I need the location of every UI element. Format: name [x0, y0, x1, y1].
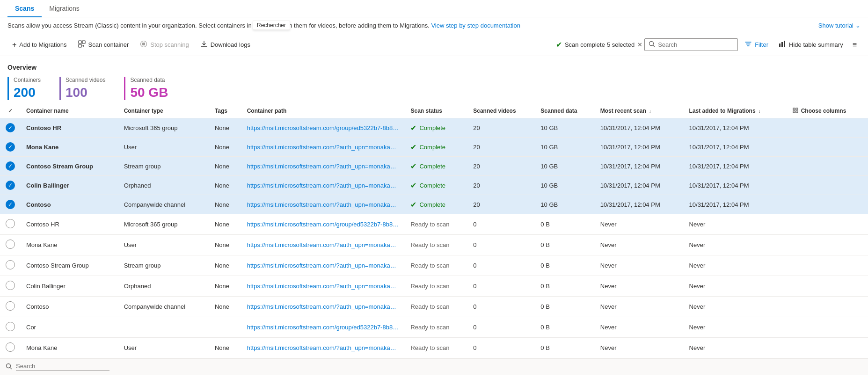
table-row[interactable]: ✓ Colin Ballinger Orphaned None https://… — [0, 176, 868, 195]
cell-most-recent-scan: Never — [595, 214, 684, 235]
cell-last-added-migrations: Never — [684, 338, 787, 358]
empty-checkbox — [6, 342, 15, 352]
cell-container-name: Colin Ballinger — [21, 176, 118, 195]
cell-tags: None — [209, 118, 241, 138]
svg-rect-0 — [79, 41, 81, 44]
cell-scanned-videos: 0 — [467, 338, 535, 358]
row-checkbox[interactable] — [0, 317, 21, 338]
header-tags[interactable]: Tags — [209, 104, 241, 118]
bottom-search-input[interactable] — [16, 363, 109, 371]
cell-container-name: Contoso HR — [21, 214, 118, 235]
row-checkbox[interactable] — [0, 276, 21, 297]
more-options-button[interactable]: ≡ — [849, 39, 861, 51]
cell-scanned-data: 0 B — [535, 276, 594, 297]
svg-rect-8 — [784, 41, 785, 47]
table-row[interactable]: ✓ Contoso Stream Group Stream group None… — [0, 157, 868, 176]
stat-containers-label: Containers — [14, 77, 41, 83]
table-row[interactable]: Contoso Stream Group Stream group None h… — [0, 255, 868, 276]
cell-most-recent-scan: Never — [595, 255, 684, 276]
add-to-migrations-button[interactable]: + Add to Migrations — [7, 38, 72, 52]
cell-last-added-migrations: 10/31/2017, 12:04 PM — [684, 195, 787, 214]
table-row[interactable]: Mona Kane User None https://msit.microso… — [0, 338, 868, 358]
cell-container-name: Mona Kane — [21, 138, 118, 157]
header-container-name[interactable]: Container name — [21, 104, 118, 118]
row-checkbox[interactable] — [0, 338, 21, 358]
header-scanned-data[interactable]: Scanned data — [535, 104, 594, 118]
cell-choose-columns — [787, 297, 868, 317]
stop-scanning-button[interactable]: Stop scanning — [135, 37, 193, 52]
cell-last-added-migrations: Never — [684, 317, 787, 338]
header-scanned-videos[interactable]: Scanned videos — [467, 104, 535, 118]
cell-container-name: Mona Kane — [21, 235, 118, 255]
table-row[interactable]: Colin Ballinger Orphaned None https://ms… — [0, 276, 868, 297]
cell-choose-columns — [787, 317, 868, 338]
clear-selection-icon[interactable]: ✕ — [637, 41, 642, 48]
stop-scanning-label: Stop scanning — [150, 41, 189, 48]
tab-migrations[interactable]: Migrations — [42, 0, 87, 17]
download-logs-button[interactable]: Download logs — [196, 37, 255, 52]
cell-scanned-data: 10 GB — [535, 157, 594, 176]
stat-scanned-data-value: 50 GB — [130, 85, 168, 100]
table-row[interactable]: ✓ Contoso Companywide channel None https… — [0, 195, 868, 214]
cell-container-path: https://msit.microsoftstream.com/?auth_u… — [241, 338, 405, 358]
header-scan-status[interactable]: Scan status — [405, 104, 467, 118]
table-row[interactable]: Contoso HR Microsoft 365 group None http… — [0, 214, 868, 235]
cell-tags: None — [209, 176, 241, 195]
check-circle-icon: ✓ — [6, 142, 15, 152]
filter-button[interactable]: Filter — [740, 38, 773, 51]
table-row[interactable]: ✓ Contoso HR Microsoft 365 group None ht… — [0, 118, 868, 138]
header-container-type[interactable]: Container type — [118, 104, 209, 118]
selected-count: 5 selected ✕ — [607, 41, 642, 48]
table-row[interactable]: Mona Kane User None https://msit.microso… — [0, 235, 868, 255]
cell-scanned-data: 0 B — [535, 214, 594, 235]
hide-table-summary-button[interactable]: Hide table summary — [775, 38, 847, 51]
svg-rect-4 — [142, 43, 145, 45]
cell-scanned-videos: 0 — [467, 214, 535, 235]
row-checkbox[interactable] — [0, 235, 21, 255]
cell-scan-status: Ready to scan — [405, 235, 467, 255]
cell-scan-status: Ready to scan — [405, 317, 467, 338]
cell-container-name: Contoso — [21, 195, 118, 214]
cell-scanned-videos: 0 — [467, 235, 535, 255]
header-choose-columns[interactable]: Choose columns — [787, 104, 868, 118]
row-checkbox[interactable] — [0, 214, 21, 235]
row-checkbox[interactable] — [0, 255, 21, 276]
table-container: ✓ Container name Container type Tags Con… — [0, 104, 868, 375]
info-bar-text: Scans allow you access Stream (Classic) … — [7, 22, 430, 29]
row-checkbox[interactable]: ✓ — [0, 118, 21, 138]
show-tutorial-btn[interactable]: Show tutorial ⌄ — [818, 22, 861, 29]
stat-scanned-data: Scanned data 50 GB — [124, 77, 168, 100]
cell-scan-status: Ready to scan — [405, 255, 467, 276]
table-row[interactable]: ✓ Mona Kane User None https://msit.micro… — [0, 138, 868, 157]
plus-icon: + — [12, 41, 16, 49]
row-checkbox[interactable]: ✓ — [0, 157, 21, 176]
hide-table-summary-label: Hide table summary — [789, 41, 843, 48]
row-checkbox[interactable] — [0, 297, 21, 317]
stat-containers-value: 200 — [14, 85, 41, 100]
row-checkbox[interactable]: ✓ — [0, 176, 21, 195]
selected-count-label: 5 selected — [607, 41, 635, 48]
table-row[interactable]: Contoso Companywide channel None https:/… — [0, 297, 868, 317]
cell-last-added-migrations: 10/31/2017, 12:04 PM — [684, 176, 787, 195]
cell-scan-status: Ready to scan — [405, 214, 467, 235]
row-checkbox[interactable]: ✓ — [0, 138, 21, 157]
table-row[interactable]: Cor https://msit.microsoftstream.com/gro… — [0, 317, 868, 338]
row-checkbox[interactable]: ✓ — [0, 195, 21, 214]
header-checkbox[interactable]: ✓ — [0, 104, 21, 118]
header-most-recent-scan[interactable]: Most recent scan ↓ — [595, 104, 684, 118]
header-container-path[interactable]: Container path — [241, 104, 405, 118]
scan-complete-icon: ✔ — [556, 40, 562, 49]
cell-container-type: User — [118, 235, 209, 255]
tab-scans[interactable]: Scans — [7, 0, 42, 17]
cell-scan-status: ✔ Complete — [405, 176, 467, 195]
search-input[interactable] — [658, 41, 733, 48]
cell-scan-status: Ready to scan — [405, 338, 467, 358]
header-last-added-migrations[interactable]: Last added to Migrations ↓ — [684, 104, 787, 118]
cell-last-added-migrations: 10/31/2017, 12:04 PM — [684, 157, 787, 176]
cell-container-path: https://msit.microsoftstream.com/?auth_u… — [241, 297, 405, 317]
cell-choose-columns — [787, 118, 868, 138]
cell-last-added-migrations: Never — [684, 235, 787, 255]
scan-container-button[interactable]: Scan container — [73, 37, 134, 52]
stat-containers: Containers 200 — [7, 77, 41, 100]
info-bar-link[interactable]: View step by step documentation — [431, 22, 520, 29]
